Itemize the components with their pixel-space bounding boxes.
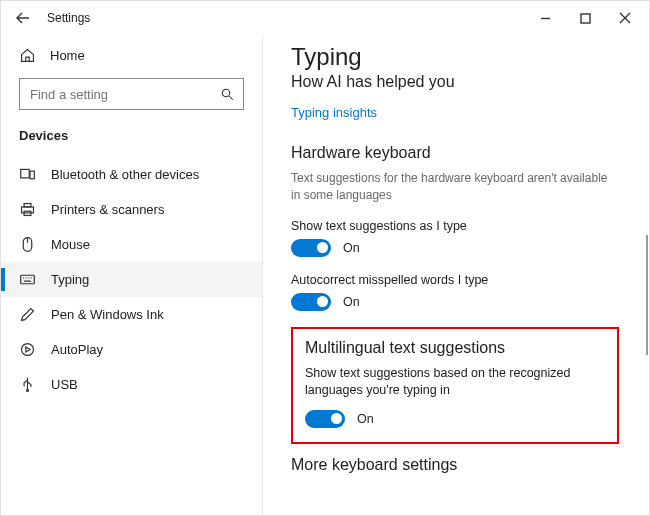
svg-rect-0	[581, 14, 590, 23]
multilingual-desc: Show text suggestions based on the recog…	[305, 365, 605, 400]
svg-point-10	[26, 389, 28, 391]
autocorrect-setting: Autocorrect misspelled words I type On	[291, 273, 619, 311]
toggle-state: On	[343, 295, 360, 309]
svg-rect-8	[21, 275, 35, 284]
sidebar-item-label: AutoPlay	[51, 342, 103, 357]
hardware-keyboard-note: Text suggestions for the hardware keyboa…	[291, 170, 619, 205]
sidebar-item-label: Printers & scanners	[51, 202, 164, 217]
svg-rect-2	[21, 169, 30, 178]
sidebar-item-label: Typing	[51, 272, 89, 287]
multilingual-highlight: Multilingual text suggestions Show text …	[291, 327, 619, 444]
search-icon	[220, 87, 235, 102]
toggle-state: On	[357, 412, 374, 426]
setting-label: Autocorrect misspelled words I type	[291, 273, 619, 287]
sidebar: Home Devices Bluetooth & other devices P…	[1, 35, 263, 515]
devices-icon	[19, 166, 36, 183]
hardware-keyboard-heading: Hardware keyboard	[291, 144, 619, 162]
show-suggestions-setting: Show text suggestions as I type On	[291, 219, 619, 257]
autoplay-icon	[19, 341, 36, 358]
page-title: Typing	[291, 43, 619, 71]
sidebar-item-usb[interactable]: USB	[1, 367, 262, 402]
multilingual-heading: Multilingual text suggestions	[305, 339, 605, 357]
sidebar-item-autoplay[interactable]: AutoPlay	[1, 332, 262, 367]
show-suggestions-toggle[interactable]	[291, 239, 331, 257]
close-icon	[619, 12, 631, 24]
home-icon	[19, 47, 36, 64]
sidebar-item-label: Mouse	[51, 237, 90, 252]
usb-icon	[19, 376, 36, 393]
svg-point-9	[22, 344, 34, 356]
main-content: Typing How AI has helped you Typing insi…	[263, 35, 649, 515]
sidebar-item-printers[interactable]: Printers & scanners	[1, 192, 262, 227]
minimize-icon	[540, 13, 551, 24]
back-button[interactable]	[13, 8, 33, 28]
close-button[interactable]	[605, 3, 645, 33]
mouse-icon	[19, 236, 36, 253]
app-title: Settings	[47, 11, 90, 25]
page-subtitle: How AI has helped you	[291, 73, 619, 91]
sidebar-heading: Devices	[1, 122, 262, 157]
pen-icon	[19, 306, 36, 323]
autocorrect-toggle[interactable]	[291, 293, 331, 311]
sidebar-item-label: Bluetooth & other devices	[51, 167, 199, 182]
toggle-state: On	[343, 241, 360, 255]
scrollbar[interactable]	[646, 235, 648, 355]
multilingual-toggle[interactable]	[305, 410, 345, 428]
typing-insights-link[interactable]: Typing insights	[291, 105, 377, 120]
sidebar-item-bluetooth[interactable]: Bluetooth & other devices	[1, 157, 262, 192]
minimize-button[interactable]	[525, 3, 565, 33]
home-label: Home	[50, 48, 85, 63]
more-keyboard-heading: More keyboard settings	[291, 456, 619, 474]
sidebar-item-pen[interactable]: Pen & Windows Ink	[1, 297, 262, 332]
setting-label: Show text suggestions as I type	[291, 219, 619, 233]
arrow-left-icon	[15, 10, 31, 26]
sidebar-item-mouse[interactable]: Mouse	[1, 227, 262, 262]
window-controls	[525, 3, 645, 33]
sidebar-item-label: USB	[51, 377, 78, 392]
sidebar-item-typing[interactable]: Typing	[1, 262, 262, 297]
titlebar: Settings	[1, 1, 649, 35]
sidebar-item-label: Pen & Windows Ink	[51, 307, 164, 322]
svg-rect-5	[24, 204, 31, 207]
svg-rect-4	[22, 207, 34, 213]
svg-point-1	[222, 89, 230, 97]
maximize-icon	[580, 13, 591, 24]
printer-icon	[19, 201, 36, 218]
search-box[interactable]	[19, 78, 244, 110]
home-nav[interactable]: Home	[1, 41, 262, 74]
maximize-button[interactable]	[565, 3, 605, 33]
svg-rect-3	[30, 171, 34, 179]
keyboard-icon	[19, 271, 36, 288]
search-input[interactable]	[30, 87, 204, 102]
